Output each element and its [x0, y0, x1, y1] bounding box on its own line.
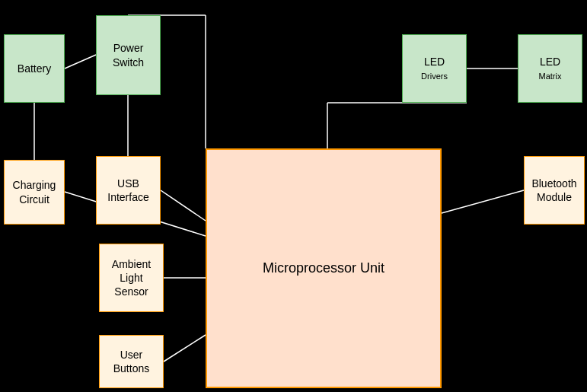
led-drivers-block: LEDDrivers: [402, 34, 467, 103]
svg-line-7: [442, 190, 524, 213]
battery-block: Battery: [4, 34, 65, 103]
svg-line-6: [164, 335, 206, 362]
power-switch-block: PowerSwitch: [96, 15, 161, 95]
svg-line-4: [161, 190, 206, 221]
diagram-area: Battery PowerSwitch LEDDrivers LEDMatrix…: [0, 0, 587, 392]
usb-interface-block: USBInterface: [96, 156, 161, 225]
mcu-block: Microprocessor Unit: [206, 148, 442, 388]
led-matrix-block: LEDMatrix: [518, 34, 582, 103]
ambient-light-sensor-block: AmbientLightSensor: [99, 244, 164, 312]
bluetooth-module-block: BluetoothModule: [524, 156, 585, 225]
svg-line-0: [65, 55, 96, 69]
charging-circuit-block: ChargingCircuit: [4, 160, 65, 225]
user-buttons-block: UserButtons: [99, 335, 164, 388]
